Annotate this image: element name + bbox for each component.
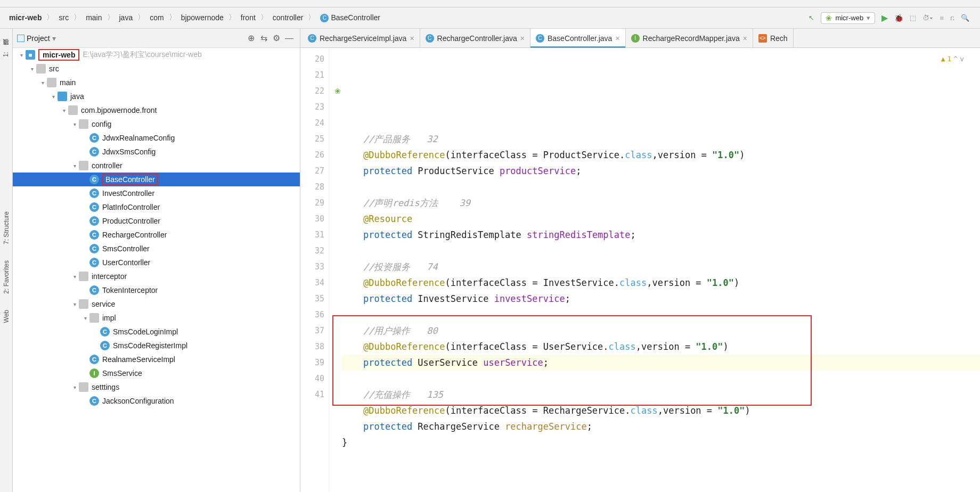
tree-node[interactable]: C BaseController [13, 173, 300, 186]
tree-node[interactable]: ▾ controller [13, 159, 300, 173]
expand-icon[interactable]: ⇆ [257, 32, 270, 45]
breadcrumb-item[interactable]: CBaseController [316, 12, 384, 24]
tree-node[interactable]: ▾ service [13, 297, 300, 311]
tree-node[interactable]: ▾ src [13, 62, 300, 76]
close-icon[interactable]: × [520, 34, 525, 43]
locate-icon[interactable]: ⊕ [244, 32, 257, 45]
editor-tabs[interactable]: CRechargeServiceImpl.java×CRechargeContr… [300, 29, 980, 48]
project-icon [17, 35, 24, 42]
breadcrumb-item[interactable]: bjpowernode [177, 12, 227, 23]
tree-node[interactable]: ▾ interceptor [13, 269, 300, 283]
tree-node[interactable]: ▾ com.bjpowernode.front [13, 103, 300, 117]
close-icon[interactable]: × [743, 34, 747, 43]
editor-tab[interactable]: <>Rech [753, 29, 794, 47]
tool-structure[interactable]: 7: Structure [3, 211, 10, 244]
editor-tab[interactable]: CRechargeServiceImpl.java× [303, 29, 420, 47]
left-tool-strip: 1: 项目 7: Structure 2: Favorites Web [0, 29, 13, 492]
breadcrumb-item[interactable]: front [237, 12, 259, 23]
coverage-icon[interactable]: ⬚ [910, 14, 916, 22]
search-icon[interactable]: 🔍 [961, 14, 969, 22]
tree-node[interactable]: ▾ java [13, 89, 300, 103]
class-icon: C [89, 396, 99, 406]
profile-icon[interactable]: ⏱▾ [922, 14, 933, 22]
code-area[interactable]: ▲1 ^ v //产品服务 32 @DubboReference(interfa… [342, 48, 980, 492]
tree-node[interactable]: C TokenInterceptor [13, 283, 300, 297]
debug-icon[interactable]: 🐞 [894, 14, 903, 22]
class-icon: C [89, 285, 99, 295]
run-icon[interactable]: ▶ [881, 13, 888, 23]
tree-node[interactable]: ▾ main [13, 76, 300, 89]
tree-node[interactable]: ▾ ■ micr-webE:\java学习\盈利宝\course\micr-we… [13, 48, 300, 62]
editor-tab[interactable]: CBaseController.java× [530, 29, 626, 47]
chevron-down-icon[interactable]: ▾ [52, 34, 56, 43]
project-panel: Project ▾ ⊕ ⇆ ⚙ — ▾ ■ micr-webE:\java学习\… [13, 29, 300, 492]
folder-icon [36, 64, 46, 73]
back-icon[interactable]: ↖ [808, 14, 814, 22]
package-icon [79, 161, 88, 170]
breadcrumb-item[interactable]: java [116, 12, 137, 23]
nav-row: micr-web〉src〉main〉java〉com〉bjpowernode〉f… [0, 7, 980, 29]
folder-icon [47, 78, 56, 87]
tree-node[interactable]: C PlatInfoController [13, 200, 300, 214]
class-icon: C [89, 202, 99, 212]
line-gutter: 20 21 22 23 24 25 26 27 28 29 30 31 32 3… [300, 48, 329, 492]
tree-node[interactable]: C ProductController [13, 214, 300, 228]
chevron-down-icon: ▾ [867, 14, 870, 22]
editor[interactable]: 20 21 22 23 24 25 26 27 28 29 30 31 32 3… [300, 48, 980, 492]
folder-icon [58, 92, 67, 101]
run-config-label: micr-web [835, 14, 863, 22]
class-icon: C [89, 216, 99, 226]
run-config-selector[interactable]: ❀ micr-web ▾ [821, 12, 875, 24]
tree-node[interactable]: C SmsCodeRegisterImpl [13, 339, 300, 352]
tree-node[interactable]: ▾ config [13, 117, 300, 131]
breadcrumb-item[interactable]: com [146, 12, 167, 23]
class-icon: C [100, 341, 110, 350]
class-icon: C [89, 133, 99, 143]
tree-node[interactable]: I SmsService [13, 366, 300, 380]
nav-tools: ↖ ❀ micr-web ▾ ▶ 🐞 ⬚ ⏱▾ ■ ⎌ 🔍 [808, 12, 969, 24]
breadcrumb-item[interactable]: src [55, 12, 72, 23]
close-icon[interactable]: × [615, 34, 619, 43]
class-icon: C [89, 244, 99, 253]
panel-title: Project [27, 34, 50, 43]
package-icon [89, 313, 99, 323]
stop-icon[interactable]: ■ [940, 14, 944, 22]
tool-project[interactable]: 1: 项目 [2, 50, 11, 57]
breadcrumb[interactable]: micr-web〉src〉main〉java〉com〉bjpowernode〉f… [5, 12, 808, 24]
class-icon: C [89, 355, 99, 364]
class-icon: C [89, 188, 99, 198]
warn-indicator[interactable]: ▲1 ^ v [941, 51, 964, 67]
tree-node[interactable]: C JdwxSmsConfig [13, 145, 300, 159]
gutter-icons: ❀ [329, 48, 342, 492]
project-tree[interactable]: ▾ ■ micr-webE:\java学习\盈利宝\course\micr-we… [13, 48, 300, 492]
gear-icon[interactable]: ⚙ [270, 32, 283, 45]
git-icon[interactable]: ⎌ [950, 14, 954, 22]
editor-tab[interactable]: IRechargeRecordMapper.java× [626, 29, 753, 47]
spring-icon: ❀ [826, 14, 832, 22]
package-icon [68, 105, 78, 115]
breadcrumb-item[interactable]: micr-web [5, 12, 45, 23]
tree-node[interactable]: C JdwxRealnameConfig [13, 131, 300, 145]
close-icon[interactable]: × [410, 34, 414, 43]
breadcrumb-item[interactable]: main [82, 12, 105, 23]
minimize-icon[interactable]: — [283, 32, 296, 45]
breadcrumb-item[interactable]: controller [269, 12, 307, 23]
package-icon [79, 382, 88, 392]
tool-web[interactable]: Web [3, 310, 10, 323]
tree-node[interactable]: C SmsController [13, 242, 300, 256]
tree-node[interactable]: C SmsCodeLoginImpl [13, 325, 300, 339]
package-icon [79, 272, 88, 281]
tree-node[interactable]: C InvestController [13, 186, 300, 200]
class-icon: C [89, 258, 99, 267]
tree-node[interactable]: C JacksonConfiguration [13, 394, 300, 408]
tree-node[interactable]: C RealnameServiceImpl [13, 352, 300, 366]
tree-node[interactable]: ▾ setttings [13, 380, 300, 394]
project-panel-header: Project ▾ ⊕ ⇆ ⚙ — [13, 29, 300, 48]
main-menu[interactable] [0, 0, 980, 7]
tool-favorites[interactable]: 2: Favorites [3, 260, 10, 294]
editor-tab[interactable]: CRechargeController.java× [420, 29, 530, 47]
code-line: //产品服务 32 @DubboReference(interfaceClass… [363, 134, 750, 432]
tree-node[interactable]: C UserContorller [13, 256, 300, 269]
tree-node[interactable]: ▾ impl [13, 311, 300, 325]
tree-node[interactable]: C RechargeController [13, 228, 300, 242]
